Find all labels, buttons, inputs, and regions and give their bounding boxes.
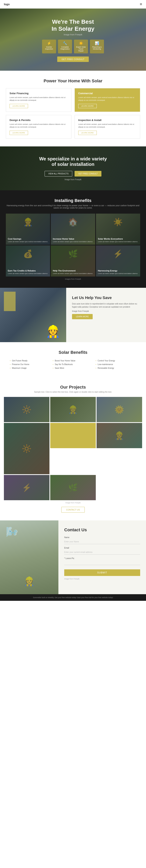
design-permits-btn[interactable]: LEARN MORE	[9, 131, 28, 135]
benefits-subtitle: Harnessing energy from the sun and conve…	[6, 204, 140, 209]
wind-turbine-icon: 🌬️	[6, 526, 18, 537]
harnessing-icon: ⚡	[113, 249, 123, 258]
hero-title: We're The BestIn Solar Energy	[42, 18, 104, 32]
solar-benefits-col-1: Get Future Ready Preserve Our Home Maxim…	[10, 360, 51, 369]
projects-grid: 🔆 👷 🌞 🔆 👷 ⚡ 🌿	[4, 397, 142, 500]
worker-icon-1: 👷	[23, 217, 33, 227]
solar-benefits-title: Solar Benefits	[10, 350, 136, 355]
specialize-credit: Image from Freepik	[6, 179, 140, 181]
sol-ben-item-1: Get Future Ready	[10, 360, 51, 362]
email-label: Email	[64, 547, 140, 549]
projects-section: Our Projects Sample text. Click to selec…	[0, 377, 146, 520]
name-label: Name	[64, 536, 140, 538]
benefits-grid: 👷 Cost Savings Lorem ad minim veniam qui…	[6, 214, 140, 277]
benefit-solar-everywhere: ☀️ Solar Works Everywhere Lorem ad minim…	[96, 214, 140, 245]
sol-ben-item-5: Say No To Blackouts	[53, 363, 93, 366]
sol-ben-item-6: Save More	[53, 367, 93, 369]
hero-icons-row: ⚡ Inverter Inspection 🔧 Complete Diagnos…	[42, 40, 104, 53]
help-image: 👷	[0, 288, 66, 342]
projects-credit: Image from Freepik	[4, 502, 142, 504]
hero-icon-repair: ☀️ Expert Solar Panel Repair	[74, 40, 88, 53]
project-img-2: 👷	[50, 397, 96, 422]
project-person-icon-1: 🔆	[22, 405, 31, 414]
project-img-7: 🌿	[50, 475, 96, 500]
view-all-btn[interactable]: VIEW ALL PRODUCTS	[45, 171, 72, 177]
design-permits-body: Lorem ad minim veniam, quis nostrud exer…	[9, 123, 68, 128]
help-section: 👷 Let Us Help You Save Duis aute irure d…	[0, 288, 146, 342]
benefit-body-5: Lorem ad minim veniam quis nostrud exerc…	[53, 273, 93, 275]
submit-button[interactable]: SUBMIT	[64, 569, 140, 576]
specialize-title: We specialize in a wide varietyof solar …	[6, 156, 140, 167]
benefit-title-1: Cost Savings	[8, 238, 48, 240]
benefit-home-value: 🏠 Increase Home Value Lorem ad minim ven…	[51, 214, 95, 245]
projects-subtitle: Sample text. Click to select the text bo…	[4, 391, 142, 393]
benefits-title: Installing Benefits	[6, 198, 140, 203]
hero-icon-diagnostics: 🔧 Complete Diagnostics	[58, 40, 72, 53]
help-title: Let Us Help You Save	[72, 296, 140, 300]
project-person-icon-6: ⚡	[22, 483, 31, 492]
benefit-title-4: Earn Tax Credits & Rebates	[8, 270, 48, 272]
sol-ben-item-7: Control Your Energy	[95, 360, 136, 362]
project-img-1: 🔆	[4, 397, 49, 422]
inverter-icon: ⚡	[44, 41, 54, 45]
footer-text: Sommelier built on Weebly. Get your free…	[33, 596, 113, 598]
lorem-input[interactable]	[64, 560, 140, 565]
contact-content: Contact Us Name Email * Lorem Pic SUBMIT…	[58, 520, 146, 594]
solar-financing-title: Solar Financing	[9, 92, 68, 95]
commercial-title: Commercial	[78, 92, 137, 95]
contact-title: Contact Us	[64, 527, 140, 532]
solar-financing-body: Lorem ad minim veniam, quis nostrud exer…	[9, 96, 68, 101]
monitoring-icon: 📊	[92, 41, 102, 45]
inspection-install-body: Lorem ad minim veniam, quis nostrud exer…	[78, 123, 137, 128]
lorem-label: * Lorem Pic	[64, 557, 140, 559]
contact-worker-icon: 👷	[24, 576, 35, 586]
name-input[interactable]	[64, 539, 140, 544]
contact-us-button[interactable]: CONTACT US	[61, 507, 85, 513]
solar-financing-btn[interactable]: LEARN MORE	[9, 104, 28, 108]
projects-contact-wrap: CONTACT US	[4, 507, 142, 513]
free-consult-btn[interactable]: GET FREE CONSULT	[75, 171, 101, 177]
benefit-title-3: Solar Works Everywhere	[98, 238, 138, 240]
email-input[interactable]	[64, 550, 140, 555]
benefits-credit: Images from Freepik	[6, 278, 140, 280]
sol-ben-item-9: Renewable Energy	[95, 367, 136, 369]
yellow-accent	[4, 292, 16, 311]
benefit-body-6: Lorem ad minim veniam quis nostrud exerc…	[98, 273, 138, 275]
contact-credit: Image from Freepik	[64, 578, 140, 580]
help-body: Duis aute irure dolor in reprehenderit i…	[72, 302, 140, 309]
project-img-3: 🌞	[97, 397, 142, 422]
project-person-icon-5: 👷	[115, 431, 124, 440]
solar-benefits-col-2: Boost Your Home Value Say No To Blackout…	[53, 360, 93, 369]
inspection-install-card: Inspection & Install Lorem ad minim veni…	[75, 115, 140, 138]
help-learn-btn[interactable]: LEARN MORE	[72, 314, 93, 319]
tax-icon: 💰	[23, 249, 33, 258]
sol-ben-item-3: Maximum Usage	[10, 367, 51, 369]
design-permits-title: Design & Permits	[9, 119, 68, 122]
hero-icon-inverter: ⚡ Inverter Inspection	[42, 40, 56, 53]
inspection-install-title: Inspection & Install	[78, 119, 137, 122]
hero-cta-button[interactable]: GET FREE CONSULT	[57, 57, 89, 62]
benefit-title-5: Help The Environment	[53, 270, 93, 272]
commercial-card: Commercial Lorem ad minim veniam, quis n…	[75, 88, 140, 112]
benefit-environment: 🌿 Help The Environment Lorem ad minim ve…	[51, 245, 95, 277]
solar-everywhere-icon: ☀️	[113, 217, 123, 227]
commercial-btn[interactable]: LEARN MORE	[78, 104, 97, 108]
solar-benefits-col-3: Control Your Energy Low-maintenance Rene…	[95, 360, 136, 369]
benefit-body-1: Lorem ad minim veniam quis nostrud exerc…	[8, 241, 48, 243]
lorem-field-group: * Lorem Pic	[64, 557, 140, 565]
environment-icon: 🌿	[68, 249, 78, 258]
solar-repair-icon: ☀️	[76, 41, 86, 45]
inspection-install-btn[interactable]: LEARN MORE	[78, 131, 97, 135]
project-person-icon-2: 👷	[68, 405, 78, 414]
contact-section: 🌬️ 👷 Contact Us Name Email * Lorem Pic S…	[0, 520, 146, 594]
benefit-title-2: Increase Home Value	[53, 238, 93, 240]
worker-icon-2: 🏠	[68, 217, 78, 227]
hero-credit: Image from Freepik	[42, 33, 104, 36]
menu-icon[interactable]: ≡	[140, 2, 142, 6]
benefit-title-6: Harnessing Energy	[98, 270, 138, 272]
contact-image: 🌬️ 👷	[0, 520, 58, 594]
specialize-buttons: VIEW ALL PRODUCTS GET FREE CONSULT	[6, 171, 140, 177]
worker-photo-icon: 👷	[46, 324, 60, 338]
specialize-section: We specialize in a wide varietyof solar …	[0, 147, 146, 190]
benefit-body-3: Lorem ad minim veniam quis nostrud exerc…	[98, 241, 138, 243]
